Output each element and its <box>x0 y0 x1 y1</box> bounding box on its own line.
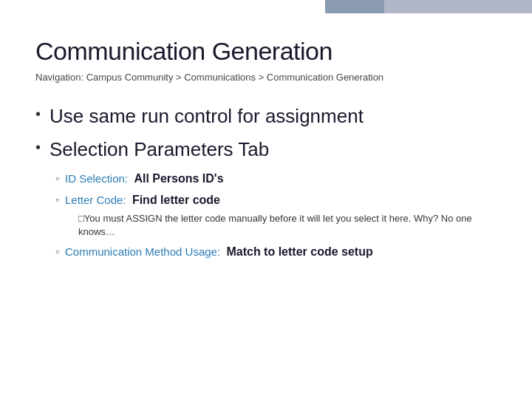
bullet-text-1: Use same run control for assignment <box>50 103 364 129</box>
main-bullet-list: • Use same run control for assignment • … <box>35 103 497 265</box>
sub-list: ▫ ID Selection: All Persons ID's ▫ Lette… <box>55 170 497 260</box>
bullet-icon-2: • <box>35 137 41 157</box>
bullet-item-1: • Use same run control for assignment <box>35 103 497 129</box>
sub-label-3: Communication Method Usage: <box>65 245 220 258</box>
top-bar <box>384 0 532 13</box>
sub-label-bold-2: Find letter code <box>132 194 220 206</box>
note-prefix: □ <box>78 213 84 224</box>
sub-label-1: ID Selection: <box>65 172 128 185</box>
sub-bullet-icon-3: ▫ <box>55 243 59 259</box>
sub-item-2-content: Letter Code: Find letter code □You must … <box>65 191 497 239</box>
breadcrumb: Navigation: Campus Community > Communica… <box>35 72 497 83</box>
sub-label-2: Letter Code: <box>65 194 126 206</box>
sub-label-bold-1: All Persons ID's <box>134 172 223 185</box>
top-bar-accent <box>325 0 384 13</box>
content-area: Communication Generation Navigation: Cam… <box>0 13 532 399</box>
sub-text-1: ID Selection: All Persons ID's <box>65 170 224 187</box>
sub-item-1: ▫ ID Selection: All Persons ID's <box>55 170 497 187</box>
sub-label-bold-3: Match to letter code setup <box>226 245 372 258</box>
sub-item-3: ▫ Communication Method Usage: Match to l… <box>55 243 497 260</box>
page-title: Communication Generation <box>35 37 497 66</box>
bullet-icon-1: • <box>35 103 41 124</box>
bullet-item-2: • Selection Parameters Tab ▫ ID Selectio… <box>35 137 497 265</box>
sub-bullet-icon-1: ▫ <box>55 170 59 186</box>
sub-item-2: ▫ Letter Code: Find letter code □You mus… <box>55 191 497 239</box>
sub-text-2: Letter Code: Find letter code <box>65 194 220 206</box>
sub-bullet-icon-2: ▫ <box>55 191 59 208</box>
note-block-1: □You must ASSIGN the letter code manuall… <box>78 212 497 239</box>
bullet-2-content: Selection Parameters Tab ▫ ID Selection:… <box>50 137 497 265</box>
sub-text-3: Communication Method Usage: Match to let… <box>65 243 373 260</box>
note-text-1: You must ASSIGN the letter code manually… <box>78 213 472 237</box>
bullet-text-2: Selection Parameters Tab <box>50 138 269 160</box>
